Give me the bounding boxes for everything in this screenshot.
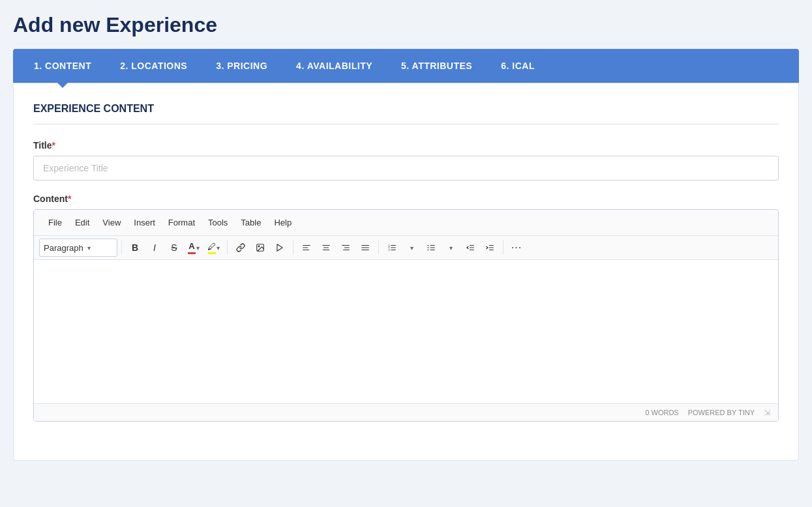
- link-button[interactable]: [232, 239, 250, 257]
- outdent-button[interactable]: [461, 239, 479, 257]
- menu-edit[interactable]: Edit: [68, 210, 96, 236]
- page-title: Add new Experience: [13, 13, 799, 37]
- paragraph-chevron: ▾: [87, 244, 91, 252]
- toolbar-sep-2: [227, 240, 228, 255]
- tab-pricing[interactable]: 3. PRICING: [202, 49, 282, 83]
- ordered-list-icon: 1. 2. 3.: [387, 243, 397, 252]
- menu-insert[interactable]: Insert: [127, 210, 162, 236]
- image-button[interactable]: [251, 239, 269, 257]
- menu-help[interactable]: Help: [267, 210, 298, 236]
- strikethrough-icon: S: [171, 242, 177, 253]
- menu-table[interactable]: Table: [234, 210, 267, 236]
- tab-locations[interactable]: 2. LOCATIONS: [106, 49, 202, 83]
- tab-content[interactable]: 1. CONTENT: [20, 49, 106, 83]
- menu-format[interactable]: Format: [162, 210, 202, 236]
- editor-menubar: File Edit View Insert Format Tools Table…: [34, 210, 778, 236]
- powered-by: POWERED BY TINY: [688, 409, 755, 416]
- unordered-list-chevron[interactable]: ▾: [442, 239, 460, 257]
- bold-icon: B: [132, 242, 138, 253]
- svg-point-25: [427, 247, 429, 248]
- italic-icon: I: [153, 242, 156, 253]
- image-icon: [256, 243, 265, 252]
- font-color-chevron: ▾: [196, 244, 200, 252]
- font-color-button[interactable]: A ▾: [185, 239, 203, 257]
- link-icon: [236, 243, 245, 252]
- ul-chevron-icon: ▾: [449, 244, 453, 252]
- title-label-text: Title: [33, 140, 52, 151]
- tabs-bar: 1. CONTENT 2. LOCATIONS 3. PRICING 4. AV…: [13, 49, 799, 83]
- toolbar-sep-1: [121, 240, 122, 255]
- svg-point-24: [427, 245, 429, 246]
- menu-file[interactable]: File: [42, 210, 68, 236]
- align-left-icon: [302, 243, 311, 252]
- align-center-icon: [322, 243, 331, 252]
- ol-chevron-icon: ▾: [410, 244, 414, 252]
- resize-handle[interactable]: ⇲: [764, 408, 770, 417]
- title-label: Title*: [33, 140, 779, 151]
- bold-button[interactable]: B: [126, 239, 144, 257]
- menu-tools[interactable]: Tools: [202, 210, 234, 236]
- justify-icon: [361, 243, 370, 252]
- toolbar-sep-4: [378, 240, 379, 255]
- indent-button[interactable]: [481, 239, 499, 257]
- unordered-list-icon: [427, 243, 436, 252]
- font-color-icon: A: [188, 241, 196, 254]
- tab-availability[interactable]: 4. AVAILABILITY: [282, 49, 387, 83]
- align-right-button[interactable]: [337, 239, 355, 257]
- tab-ical[interactable]: 6. ICAL: [487, 49, 549, 83]
- editor-body[interactable]: [34, 260, 778, 403]
- title-required: *: [52, 140, 55, 151]
- content-required: *: [68, 194, 71, 204]
- editor-container: File Edit View Insert Format Tools Table…: [33, 209, 779, 422]
- content-label-text: Content: [33, 194, 68, 204]
- media-icon: [275, 243, 284, 252]
- content-label: Content*: [33, 194, 779, 204]
- title-input[interactable]: [33, 156, 779, 181]
- align-left-button[interactable]: [297, 239, 316, 257]
- italic-button[interactable]: I: [145, 239, 164, 257]
- unordered-list-button[interactable]: [422, 239, 440, 257]
- editor-footer: 0 WORDS POWERED BY TINY ⇲: [34, 403, 778, 421]
- justify-button[interactable]: [356, 239, 374, 257]
- menu-view[interactable]: View: [96, 210, 127, 236]
- tab-attributes[interactable]: 5. ATTRIBUTES: [387, 49, 487, 83]
- svg-text:3.: 3.: [388, 248, 390, 252]
- outdent-icon: [466, 243, 475, 252]
- ordered-list-button[interactable]: 1. 2. 3.: [383, 239, 401, 257]
- indent-icon: [485, 243, 494, 252]
- svg-point-1: [258, 246, 260, 247]
- toolbar-sep-5: [503, 240, 504, 255]
- section-title: EXPERIENCE CONTENT: [33, 103, 779, 124]
- align-center-button[interactable]: [317, 239, 335, 257]
- strikethrough-button[interactable]: S: [165, 239, 183, 257]
- highlight-color-button[interactable]: 🖊 ▾: [204, 239, 223, 257]
- toolbar-sep-3: [293, 240, 293, 255]
- word-count: 0 WORDS: [645, 409, 678, 416]
- highlight-chevron: ▾: [217, 244, 220, 252]
- ordered-list-chevron[interactable]: ▾: [402, 239, 421, 257]
- more-icon: ···: [511, 242, 522, 254]
- paragraph-label: Paragraph: [44, 243, 83, 253]
- highlight-icon: 🖊: [207, 242, 216, 254]
- align-right-icon: [341, 243, 350, 252]
- media-button[interactable]: [271, 239, 289, 257]
- editor-toolbar: Paragraph ▾ B I S A ▾: [34, 236, 778, 260]
- paragraph-select[interactable]: Paragraph ▾: [39, 239, 117, 257]
- more-options-button[interactable]: ···: [507, 239, 526, 257]
- svg-point-26: [427, 250, 429, 251]
- content-area: EXPERIENCE CONTENT Title* Content* File …: [13, 83, 799, 461]
- svg-marker-2: [277, 244, 282, 252]
